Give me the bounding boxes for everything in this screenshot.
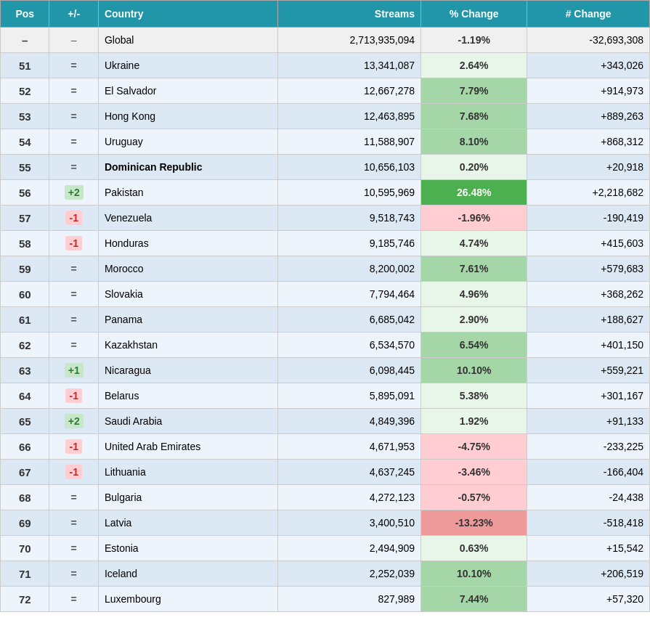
streams-cell: 4,849,396 (278, 409, 421, 434)
pos-cell: 63 (1, 358, 49, 383)
num-change-cell: +368,262 (527, 282, 650, 307)
header-streams: Streams (278, 1, 421, 28)
country-cell: Uruguay (98, 129, 277, 155)
country-cell: Venezuela (98, 205, 277, 231)
table-row: 61=Panama6,685,0422.90%+188,627 (1, 307, 650, 333)
streams-cell: 5,895,091 (278, 383, 421, 409)
table-row: 52=El Salvador12,667,2787.79%+914,973 (1, 78, 650, 104)
country-cell: Lithuania (98, 460, 277, 485)
table-row: 65+2Saudi Arabia4,849,3961.92%+91,133 (1, 409, 650, 434)
table-row: 62=Kazakhstan6,534,5706.54%+401,150 (1, 333, 650, 358)
pct-change-cell: -1.96% (421, 205, 527, 231)
streams-cell: 4,671,953 (278, 434, 421, 460)
pos-cell: 67 (1, 460, 49, 485)
num-change-cell: +415,603 (527, 231, 650, 256)
country-cell: Nicaragua (98, 358, 277, 383)
pos-cell: 62 (1, 333, 49, 358)
change-cell: – (49, 28, 98, 53)
streams-table: Pos +/- Country Streams % Change # Chang… (0, 0, 650, 612)
table-row: 71=Iceland2,252,03910.10%+206,519 (1, 561, 650, 587)
pos-cell: 66 (1, 434, 49, 460)
country-cell: Panama (98, 307, 277, 333)
pct-change-cell: 0.63% (421, 536, 527, 561)
streams-cell: 827,989 (278, 587, 421, 612)
table-row: 54=Uruguay11,588,9078.10%+868,312 (1, 129, 650, 155)
country-cell: Luxembourg (98, 587, 277, 612)
table-row: 51=Ukraine13,341,0872.64%+343,026 (1, 53, 650, 78)
pos-cell: 64 (1, 383, 49, 409)
pos-cell: 70 (1, 536, 49, 561)
num-change-cell: -518,418 (527, 510, 650, 536)
change-cell: = (49, 536, 98, 561)
streams-cell: 2,713,935,094 (278, 28, 421, 53)
num-change-cell: -166,404 (527, 460, 650, 485)
pos-cell: 71 (1, 561, 49, 587)
change-cell: = (49, 282, 98, 307)
pos-cell: 69 (1, 510, 49, 536)
streams-cell: 12,667,278 (278, 78, 421, 104)
change-cell: = (49, 485, 98, 510)
num-change-cell: +206,519 (527, 561, 650, 587)
table-row: 70=Estonia2,494,9090.63%+15,542 (1, 536, 650, 561)
num-change-cell: +401,150 (527, 333, 650, 358)
pct-change-cell: 7.68% (421, 104, 527, 129)
header-change: +/- (49, 1, 98, 28)
pos-cell: 52 (1, 78, 49, 104)
change-cell: = (49, 587, 98, 612)
num-change-cell: -24,438 (527, 485, 650, 510)
pct-change-cell: -3.46% (421, 460, 527, 485)
table-row: 63+1Nicaragua6,098,44510.10%+559,221 (1, 358, 650, 383)
country-cell: El Salvador (98, 78, 277, 104)
pct-change-cell: -4.75% (421, 434, 527, 460)
pos-cell: – (1, 28, 49, 53)
pct-change-cell: -1.19% (421, 28, 527, 53)
table-row: 67-1Lithuania4,637,245-3.46%-166,404 (1, 460, 650, 485)
pos-cell: 68 (1, 485, 49, 510)
streams-cell: 4,272,123 (278, 485, 421, 510)
streams-cell: 4,637,245 (278, 460, 421, 485)
num-change-cell: +301,167 (527, 383, 650, 409)
table-row: 68=Bulgaria4,272,123-0.57%-24,438 (1, 485, 650, 510)
change-cell: = (49, 78, 98, 104)
pos-cell: 58 (1, 231, 49, 256)
pos-cell: 55 (1, 155, 49, 180)
streams-cell: 2,494,909 (278, 536, 421, 561)
table-row: ––Global2,713,935,094-1.19%-32,693,308 (1, 28, 650, 53)
pct-change-cell: 8.10% (421, 129, 527, 155)
country-cell: Slovakia (98, 282, 277, 307)
pct-change-cell: 2.64% (421, 53, 527, 78)
country-cell: Bulgaria (98, 485, 277, 510)
change-cell: = (49, 561, 98, 587)
num-change-cell: +57,320 (527, 587, 650, 612)
pos-cell: 56 (1, 180, 49, 205)
country-cell: Ukraine (98, 53, 277, 78)
table-row: 53=Hong Kong12,463,8957.68%+889,263 (1, 104, 650, 129)
pct-change-cell: 7.44% (421, 587, 527, 612)
streams-cell: 9,518,743 (278, 205, 421, 231)
pct-change-cell: -13.23% (421, 510, 527, 536)
num-change-cell: -233,225 (527, 434, 650, 460)
table-row: 66-1United Arab Emirates4,671,953-4.75%-… (1, 434, 650, 460)
country-cell: Kazakhstan (98, 333, 277, 358)
num-change-cell: +868,312 (527, 129, 650, 155)
country-cell: United Arab Emirates (98, 434, 277, 460)
streams-cell: 9,185,746 (278, 231, 421, 256)
change-cell: = (49, 104, 98, 129)
streams-cell: 3,400,510 (278, 510, 421, 536)
streams-cell: 6,098,445 (278, 358, 421, 383)
table-row: 64-1Belarus5,895,0915.38%+301,167 (1, 383, 650, 409)
num-change-cell: -190,419 (527, 205, 650, 231)
header-country: Country (98, 1, 277, 28)
table-row: 55=Dominican Republic10,656,1030.20%+20,… (1, 155, 650, 180)
change-cell: +1 (49, 358, 98, 383)
pos-cell: 57 (1, 205, 49, 231)
table-row: 57-1Venezuela9,518,743-1.96%-190,419 (1, 205, 650, 231)
pct-change-cell: 10.10% (421, 358, 527, 383)
table-header-row: Pos +/- Country Streams % Change # Chang… (1, 1, 650, 28)
streams-cell: 11,588,907 (278, 129, 421, 155)
streams-cell: 10,595,969 (278, 180, 421, 205)
country-cell: Morocco (98, 256, 277, 282)
pct-change-cell: 6.54% (421, 333, 527, 358)
num-change-cell: +579,683 (527, 256, 650, 282)
num-change-cell: +91,133 (527, 409, 650, 434)
